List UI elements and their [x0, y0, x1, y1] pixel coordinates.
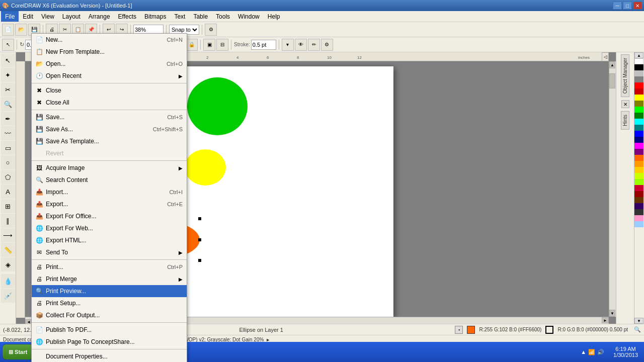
swatch-orange2[interactable] — [634, 161, 643, 167]
menu-file[interactable]: File — [1, 11, 19, 22]
tool-smart-draw[interactable]: 〰 — [1, 126, 15, 140]
tool-crop[interactable]: ✂ — [1, 82, 15, 97]
stroke-input[interactable] — [251, 40, 276, 50]
swatch-green[interactable] — [634, 113, 643, 119]
color-profile-arrow[interactable]: ► — [266, 337, 270, 342]
tool-eyedropper[interactable]: 💉 — [1, 289, 15, 303]
menu-item-export-web[interactable]: 🌐 Export For Web... — [32, 222, 187, 234]
menu-arrange[interactable]: Arrange — [85, 11, 114, 22]
menu-table[interactable]: Table — [189, 11, 212, 22]
swatch-lime[interactable] — [634, 107, 643, 113]
tray-icon2[interactable]: 📶 — [588, 349, 595, 355]
tool-fill[interactable]: 💧 — [1, 274, 15, 288]
menu-window[interactable]: Window — [234, 11, 264, 22]
menu-item-export[interactable]: 📤 Export... Ctrl+E — [32, 198, 187, 210]
swatch-black[interactable] — [634, 64, 643, 70]
swatch-navy[interactable] — [634, 137, 643, 143]
edit-button[interactable]: ✏ — [308, 39, 320, 51]
menu-edit[interactable]: Edit — [19, 11, 37, 22]
menu-item-close-all[interactable]: ✖ Close All — [32, 97, 187, 109]
tool-connector[interactable]: ⟶ — [1, 228, 15, 242]
menu-tools[interactable]: Tools — [212, 11, 234, 22]
tray-icon1[interactable]: ▲ — [581, 349, 586, 355]
panel-close-button[interactable]: ✕ — [621, 100, 629, 108]
swatch-blue1[interactable] — [634, 131, 643, 137]
tool-select[interactable]: ↖ — [1, 53, 15, 67]
menu-item-search-content[interactable]: 🔍 Search Content — [32, 174, 187, 186]
swatch-dark-gray[interactable] — [634, 209, 643, 215]
swatch-teal[interactable] — [634, 125, 643, 131]
eye-button[interactable]: 👁 — [295, 39, 307, 51]
clock-display[interactable]: 6:19 AM 1/30/2013 — [609, 346, 642, 358]
swatch-gray1[interactable] — [634, 70, 643, 76]
tool-freehand[interactable]: ✒ — [1, 112, 15, 126]
menu-item-collect-output[interactable]: 📦 Collect For Output... — [32, 309, 187, 321]
tool-shape[interactable]: ✦ — [1, 68, 15, 82]
scroll-down-button[interactable]: ▼ — [609, 310, 615, 317]
palette-scroll-up[interactable]: ▲ — [634, 52, 643, 58]
swatch-purple[interactable] — [634, 149, 643, 155]
swatch-cyan1[interactable] — [634, 119, 643, 125]
swatch-pink[interactable] — [634, 215, 643, 221]
new-button[interactable]: 📄 — [2, 24, 14, 36]
swatch-red1[interactable] — [634, 82, 643, 88]
menu-text[interactable]: Text — [170, 11, 189, 22]
menu-item-acquire[interactable]: 🖼 Acquire Image ▶ — [32, 162, 187, 174]
tray-icon3[interactable]: 🔊 — [597, 349, 604, 355]
titlebar-controls[interactable]: ─ □ ✕ — [613, 2, 642, 10]
swatch-olive[interactable] — [634, 101, 643, 107]
menu-item-open-recent[interactable]: 🕐 Open Recent ▶ — [32, 70, 187, 82]
menu-item-save[interactable]: 💾 Save... Ctrl+S — [32, 111, 187, 123]
maximize-button[interactable]: □ — [623, 2, 632, 10]
align-button[interactable]: ⊟ — [216, 39, 228, 51]
menu-item-publish-page[interactable]: 🌐 Publish Page To ConceptShare... — [32, 336, 187, 348]
menu-item-new[interactable]: 📄 New... Ctrl+N — [32, 34, 187, 46]
swatch-chartreuse2[interactable] — [634, 179, 643, 185]
swatch-chartreuse1[interactable] — [634, 173, 643, 179]
settings-button[interactable]: ⚙ — [321, 39, 333, 51]
menu-item-send-to[interactable]: ✉ Send To ▶ — [32, 246, 187, 258]
minimize-button[interactable]: ─ — [613, 2, 622, 10]
swatch-dark-red2[interactable] — [634, 191, 643, 197]
tool-interactive[interactable]: ◈ — [1, 257, 15, 272]
menu-item-export-html[interactable]: 🌐 Export HTML... — [32, 234, 187, 246]
swatch-dark-purple[interactable] — [634, 203, 643, 209]
menu-item-import[interactable]: 📥 Import... Ctrl+I — [32, 186, 187, 198]
menu-item-save-template[interactable]: 💾 Save As Template... — [32, 135, 187, 147]
tool-zoom[interactable]: 🔍 — [1, 97, 15, 111]
group-button[interactable]: ▣ — [203, 39, 215, 51]
stroke-options[interactable]: ▾ — [282, 39, 294, 51]
scroll-right-button[interactable]: ► — [602, 317, 609, 323]
shape-yellow-ellipse[interactable] — [185, 149, 226, 186]
tool-polygon[interactable]: ⬠ — [1, 170, 15, 184]
menu-item-export-office[interactable]: 📤 Export For Office... — [32, 210, 187, 222]
tool-rectangle[interactable]: ▭ — [1, 141, 15, 155]
swatch-yellow1[interactable] — [634, 95, 643, 101]
tool-text[interactable]: A — [1, 185, 15, 199]
swatch-gray2[interactable] — [634, 76, 643, 82]
menu-item-print-preview[interactable]: 🔍 Print Preview... — [32, 285, 187, 297]
menu-layout[interactable]: Layout — [58, 11, 85, 22]
menu-item-save-as[interactable]: 💾 Save As... Ctrl+Shift+S — [32, 123, 187, 135]
menu-item-print-setup[interactable]: 🖨 Print Setup... — [32, 297, 187, 309]
close-button[interactable]: ✕ — [633, 2, 642, 10]
swatch-red-dark[interactable] — [634, 185, 643, 191]
menu-item-doc-properties[interactable]: Document Properties... — [32, 350, 187, 362]
menu-item-print[interactable]: 🖨 Print... Ctrl+P — [32, 261, 187, 273]
menu-item-close[interactable]: ✖ Close — [32, 84, 187, 97]
swatch-orange1[interactable] — [634, 155, 643, 161]
swatch-brown[interactable] — [634, 197, 643, 203]
scroll-thumb-v[interactable] — [609, 73, 615, 88]
lock-ratio-button[interactable]: 🔒 — [186, 39, 198, 51]
panel-expand-button[interactable]: ◁ — [602, 52, 609, 61]
object-manager-tab[interactable]: Object Manager — [621, 54, 629, 97]
tool-parallel[interactable]: ∥ — [1, 214, 15, 228]
menu-item-open[interactable]: 📂 Open... Ctrl+O — [32, 58, 187, 70]
select-tool[interactable]: ↖ — [2, 39, 14, 51]
menu-item-print-merge[interactable]: 🖨 Print Merge ▶ — [32, 273, 187, 285]
start-button[interactable]: ⊞ Start — [2, 344, 34, 360]
swatch-red2[interactable] — [634, 88, 643, 95]
scroll-up-button[interactable]: ▲ — [609, 61, 615, 68]
zoom-tool-icon[interactable]: 🔍 — [634, 326, 641, 333]
menu-bitmaps[interactable]: Bitmaps — [140, 11, 170, 22]
